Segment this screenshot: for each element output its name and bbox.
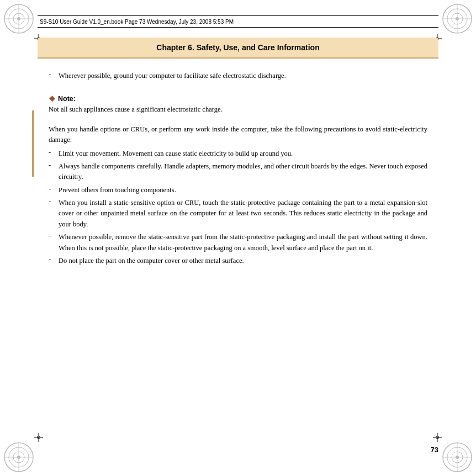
list-item: - Whenever possible, remove the static-s…	[49, 232, 427, 253]
dash-2: -	[49, 161, 59, 183]
list-item: - When you install a static-sensitive op…	[49, 198, 427, 230]
list-item: - Prevent others from touching component…	[49, 185, 427, 195]
corner-decoration-bl	[2, 441, 35, 474]
dash-intro: -	[49, 71, 59, 81]
list-item: - Do not place the part on the computer …	[49, 256, 427, 266]
header-bar: S9-S10 User Guide V1.0_en.book Page 73 W…	[38, 15, 438, 28]
chapter-banner: Chapter 6. Safety, Use, and Care Informa…	[38, 38, 438, 59]
page: S9-S10 User Guide V1.0_en.book Page 73 W…	[0, 0, 476, 476]
note-label-text: Note:	[58, 95, 76, 103]
corner-decoration-tl	[2, 2, 35, 35]
dash-1: -	[49, 149, 59, 159]
note-section: ❖ Note: Not all such appliances cause a …	[49, 94, 427, 115]
intro-bullet: - Wherever possible, ground your compute…	[49, 71, 427, 81]
page-number: 73	[431, 446, 438, 454]
svg-point-23	[456, 456, 459, 459]
header-text: S9-S10 User Guide V1.0_en.book Page 73 W…	[40, 19, 234, 25]
content-area: - Wherever possible, ground your compute…	[38, 65, 438, 438]
dash-4: -	[49, 198, 59, 230]
bullet-text-4: When you install a static-sensitive opti…	[59, 198, 427, 230]
note-text: Not all such appliances cause a signific…	[49, 104, 427, 115]
bullet-text-5: Whenever possible, remove the static-sen…	[59, 232, 427, 253]
list-item: - Always handle components carefully. Ha…	[49, 161, 427, 183]
svg-point-11	[456, 17, 459, 20]
note-label-row: ❖ Note:	[49, 94, 427, 103]
corner-decoration-tr	[441, 2, 474, 35]
bullet-text-2: Always handle components carefully. Hand…	[59, 161, 427, 183]
left-accent-bar	[32, 110, 34, 177]
dash-3: -	[49, 185, 59, 195]
intro-bullet-text: Wherever possible, ground your computer …	[59, 71, 427, 81]
chapter-title: Chapter 6. Safety, Use, and Care Informa…	[46, 43, 430, 52]
dash-5: -	[49, 232, 59, 253]
para1: When you handle options or CRUs, or perf…	[49, 124, 427, 146]
list-item: - Limit your movement. Movement can caus…	[49, 149, 427, 159]
svg-point-5	[17, 17, 20, 20]
svg-point-17	[17, 456, 20, 459]
bullet-text-6: Do not place the part on the computer co…	[59, 256, 427, 266]
bullet-text-1: Limit your movement. Movement can cause …	[59, 149, 427, 159]
dash-6: -	[49, 256, 59, 266]
note-diamond-icon: ❖	[49, 94, 56, 103]
bullet-text-3: Prevent others from touching components.	[59, 185, 427, 195]
corner-decoration-br	[441, 441, 474, 474]
